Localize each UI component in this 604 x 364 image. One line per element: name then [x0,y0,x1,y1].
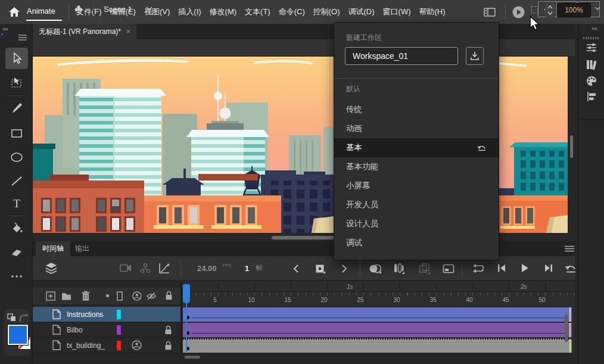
workspace-name-input[interactable] [345,47,458,65]
brush-tool[interactable] [5,98,28,119]
fill-color-swatch[interactable] [8,325,28,345]
workspace-item-developer[interactable]: 开发人员 [334,195,499,214]
library-panel-icon[interactable] [584,57,599,71]
menu-text[interactable]: 文本(T) [245,7,270,17]
add-layer-icon[interactable] [46,291,55,301]
test-movie-button[interactable] [512,6,525,18]
color-panel-icon[interactable] [584,74,599,88]
scene-name[interactable]: Scene 1 [104,5,132,14]
align-panel-icon[interactable] [584,89,599,104]
tab-animate[interactable]: Animate [27,7,55,15]
highlight-layers-icon[interactable] [106,294,109,297]
document-close-icon[interactable]: × [126,27,130,36]
frame-area[interactable]: 1s 2s 5 10 15 20 25 30 35 40 45 50 [182,281,575,353]
layer-parent-icon[interactable] [132,340,142,350]
menu-debug[interactable]: 调试(D) [348,7,375,17]
layer-swatch-1[interactable] [117,325,121,335]
track-span-0[interactable] [183,307,572,322]
step-back-icon[interactable] [497,263,506,273]
stage-v-scrollbar[interactable] [570,135,573,158]
symbol-club-icon[interactable]: ♣ [74,2,83,16]
layer-row-instructions[interactable]: Instructions [33,307,180,322]
menu-control[interactable]: 控制(O) [313,7,340,17]
toggle-parenting-icon[interactable] [132,291,142,301]
reset-workspace-icon[interactable] [477,144,487,152]
create-frame-span-icon[interactable] [443,264,454,273]
parenting-view-icon[interactable] [140,263,151,273]
scene-chevron-icon[interactable] [146,7,152,11]
outline-view-icon[interactable] [117,291,123,301]
insert-keyframe-icon[interactable] [315,264,326,275]
expand-panels-icon[interactable]: «« [591,25,597,32]
panel-grip[interactable] [583,37,600,39]
lock-all-icon[interactable] [165,291,173,300]
current-frame-value[interactable]: 1 [245,264,249,273]
subselection-tool[interactable] [5,73,28,93]
layer-lock-icon[interactable] [164,325,172,335]
timeline-panel-menu-icon[interactable] [565,245,574,252]
workspace-item-debug[interactable]: 调试 [334,234,499,253]
stage-h-scrollbar[interactable] [272,236,334,239]
menu-window[interactable]: 窗口(W) [383,7,411,17]
tab-timeline[interactable]: 时间轴 [36,241,70,256]
onion-skin-outlines-icon[interactable] [393,263,405,274]
default-colors-icon[interactable] [7,313,16,322]
step-forward-icon[interactable] [544,263,553,273]
fps-value[interactable]: 24.00 [197,264,217,273]
track-span-2[interactable] [183,338,572,353]
workspace-item-classic[interactable]: 传统 [334,100,499,119]
menu-insert[interactable]: 插入(I) [178,7,201,17]
clip-content-icon[interactable] [531,6,538,14]
layer-row-tx-building[interactable]: tx_building_ [33,338,180,353]
layer-swatch-0[interactable] [117,310,121,319]
delete-layer-icon[interactable] [82,291,90,301]
rewind-icon[interactable] [565,263,577,273]
playhead[interactable] [183,284,190,303]
edit-multiple-frames-icon[interactable] [419,263,431,274]
onion-skin-icon[interactable] [369,264,382,273]
eraser-tool[interactable] [5,242,28,263]
text-tool[interactable]: T [5,194,28,214]
loop-playback-icon[interactable] [471,263,484,274]
workspace-item-small-screen[interactable]: 小屏幕 [334,176,499,195]
rectangle-tool[interactable] [5,123,28,144]
paint-bucket-tool[interactable] [5,219,28,239]
swap-colors-icon[interactable] [19,313,28,322]
menu-modify[interactable]: 修改(M) [210,7,237,17]
more-tools-button[interactable] [5,269,28,284]
next-keyframe-icon[interactable] [341,264,347,273]
line-tool[interactable] [5,171,28,191]
frames-v-scrollbar[interactable] [565,315,568,342]
show-hide-all-icon[interactable] [146,292,157,300]
menu-help[interactable]: 帮助(H) [419,7,446,17]
oval-tool[interactable] [5,147,28,167]
workspace-switcher-icon[interactable] [484,8,496,17]
play-icon[interactable] [520,263,530,273]
zoom-stepper[interactable] [545,3,555,17]
graph-editor-icon[interactable] [158,262,170,274]
home-icon[interactable] [8,5,21,18]
layer-view-icon[interactable] [45,262,58,274]
tools-overflow-menu-icon[interactable] [18,34,27,41]
workspace-item-basic-functions[interactable]: 基本功能 [334,157,499,176]
zoom-level-input[interactable]: 100% [557,3,591,17]
collapse-tools-icon[interactable]: «« [2,26,8,32]
add-folder-icon[interactable] [61,292,71,300]
properties-panel-icon[interactable] [584,41,599,55]
menu-command[interactable]: 命令(C) [279,7,305,17]
document-tab[interactable]: 无标题-1 (VR Panorama)* × [33,24,136,39]
save-workspace-button[interactable] [466,47,484,65]
zoom-chevron-icon[interactable] [594,7,600,10]
tab-output[interactable]: 输出 [69,241,96,256]
layer-row-bilbo[interactable]: Bilbo [33,322,180,338]
frames-h-scrollbar[interactable] [185,356,200,359]
previous-keyframe-icon[interactable] [293,264,299,273]
workspace-item-designer[interactable]: 设计人员 [334,214,499,234]
layer-swatch-2[interactable] [117,341,121,350]
workspace-item-essentials[interactable]: 基本 [334,138,499,157]
selection-tool[interactable] [5,48,28,69]
track-span-1[interactable] [183,323,572,338]
workspace-item-animation[interactable]: 动画 [334,119,499,138]
layer-lock-icon[interactable] [164,341,172,350]
camera-icon[interactable] [120,264,132,272]
